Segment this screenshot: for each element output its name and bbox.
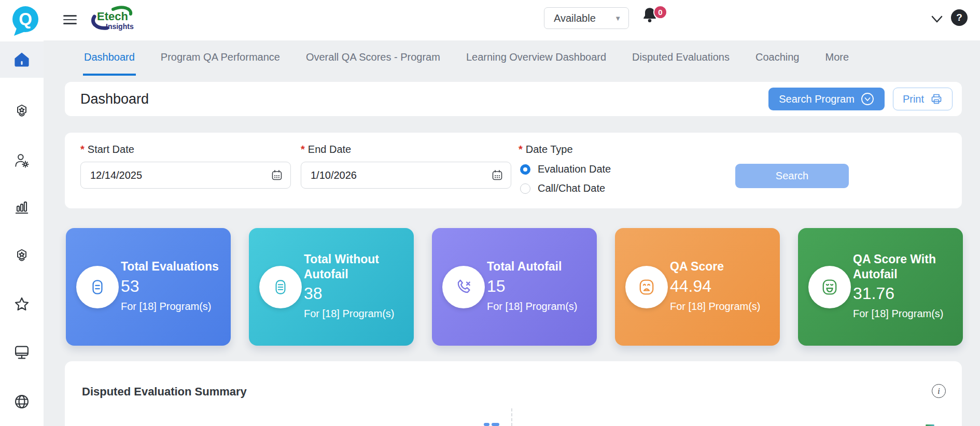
svg-text:Q: Q [19,9,32,29]
stat-title: Total Evaluations [121,259,223,274]
end-date-field[interactable] [301,162,511,189]
stat-subtitle: For [18] Program(s) [487,299,590,315]
tab-disputed-evaluations[interactable]: Disputed Evaluations [631,40,731,76]
stat-card-qa-score-with-autofail: QA Score With Autofail 31.76 For [18] Pr… [798,228,963,346]
circle-chevron-down-icon [861,92,874,106]
sidebar-item-qa-scores[interactable] [0,245,44,267]
chevron-down-icon: ▼ [614,15,621,22]
stat-value: 44.94 [670,276,773,297]
evaluations-doc-icon [88,277,107,297]
summary-title: Disputed Evaluation Summary [82,385,247,399]
stat-card-qa-score: QA Score 44.94 For [18] Program(s) [615,228,780,346]
clipped-chart-fragment [492,423,499,426]
tab-learning-overview[interactable]: Learning Overview Dashboard [465,40,607,76]
stat-icon-circle [625,266,668,308]
stat-subtitle: For [18] Program(s) [304,306,407,322]
page-header-card: Dashboard Search Program Print [65,82,962,116]
notification-count-badge: 0 [653,5,667,19]
search-button[interactable]: Search [735,164,849,188]
printer-icon [930,93,943,105]
etech-insights-logo: Etech Insights [86,4,136,34]
tab-overall-qa-scores[interactable]: Overall QA Scores - Program [305,40,441,76]
calendar-icon[interactable] [491,169,503,181]
user-settings-icon [13,152,30,169]
svg-text:Etech: Etech [97,10,128,23]
tab-coaching[interactable]: Coaching [754,40,801,76]
required-asterisk: * [519,144,523,155]
stat-title: QA Score [670,259,773,274]
stat-subtitle: For [18] Program(s) [670,299,773,315]
menu-hamburger-icon[interactable] [63,14,77,25]
clipped-chart-fragment [484,423,489,426]
print-button[interactable]: Print [893,88,953,110]
radio-unselected-icon[interactable] [520,183,530,194]
filter-card: *Start Date *End Date *Date Type [65,133,962,208]
monitor-icon [13,344,31,361]
quality-badge-alt-icon [13,248,30,264]
tab-bar: Dashboard Program QA Performance Overall… [83,40,850,76]
q-app-logo: Q [9,5,40,36]
dashed-divider [511,408,512,426]
radio-call-chat-date[interactable]: Call/Chat Date [520,182,605,194]
app-root: Q Etech Insights Available ▼ 0 [0,0,980,426]
sidebar-item-global[interactable] [0,390,44,413]
sidebar-item-agent-settings[interactable] [0,149,44,172]
stat-icon-circle [76,266,119,308]
stat-card-total-without-autofail: Total Without Autofail 38 For [18] Progr… [249,228,414,346]
quality-badge-icon [13,103,30,120]
page-title: Dashboard [80,91,768,107]
notifications-button[interactable]: 0 [642,6,671,30]
top-bar: Q Etech Insights Available ▼ 0 [0,0,980,40]
end-date-label: *End Date [301,144,351,155]
stat-value: 53 [121,276,223,297]
radio-evaluation-date[interactable]: Evaluation Date [520,163,611,175]
sidebar-item-favorites[interactable] [0,293,44,316]
stat-subtitle: For [18] Program(s) [853,306,956,322]
sidebar-item-home[interactable] [0,41,44,78]
svg-text:Insights: Insights [106,22,134,31]
sidebar-item-quality[interactable] [0,100,44,123]
start-date-field[interactable] [80,162,291,189]
stat-value: 38 [304,283,407,305]
bar-chart-icon [13,199,30,216]
end-date-input[interactable] [311,169,491,181]
availability-value: Available [554,12,610,24]
home-icon [13,51,31,68]
missed-call-icon [453,277,474,297]
tab-program-qa-performance[interactable]: Program QA Performance [160,40,281,76]
stat-subtitle: For [18] Program(s) [121,299,223,315]
start-date-label: *Start Date [80,144,134,155]
disputed-evaluation-summary-card: Disputed Evaluation Summary i [65,361,962,426]
info-icon[interactable]: i [932,384,946,398]
list-doc-icon [271,277,290,297]
date-type-label: *Date Type [519,144,573,155]
radio-selected-icon[interactable] [520,164,530,175]
stat-icon-circle [259,266,302,308]
sidebar-item-monitoring[interactable] [0,341,44,364]
stat-title: QA Score With Autofail [853,252,956,282]
stat-value: 15 [487,276,590,297]
globe-icon [13,393,31,410]
collapse-chevron-icon[interactable] [929,12,945,26]
stat-card-total-evaluations: Total Evaluations 53 For [18] Program(s) [66,228,231,346]
search-program-button[interactable]: Search Program [768,88,885,110]
stat-icon-circle [442,266,485,308]
required-asterisk: * [301,144,305,155]
tab-more[interactable]: More [824,40,850,76]
stat-value: 31.76 [853,283,956,305]
tab-dashboard[interactable]: Dashboard [83,40,136,76]
stat-icon-circle [808,266,851,308]
required-asterisk: * [80,144,85,155]
happy-face-icon [819,277,840,297]
left-rail [0,40,44,426]
sidebar-item-reports[interactable] [0,196,44,219]
stat-card-total-autofail: Total Autofail 15 For [18] Program(s) [432,228,597,346]
start-date-input[interactable] [90,169,271,181]
availability-select[interactable]: Available ▼ [544,7,629,29]
calendar-icon[interactable] [271,169,283,181]
help-icon[interactable]: ? [951,9,968,26]
star-icon [13,296,31,314]
stat-title: Total Autofail [487,259,590,274]
stat-title: Total Without Autofail [304,252,407,282]
q-logo-icon: Q [9,5,40,36]
